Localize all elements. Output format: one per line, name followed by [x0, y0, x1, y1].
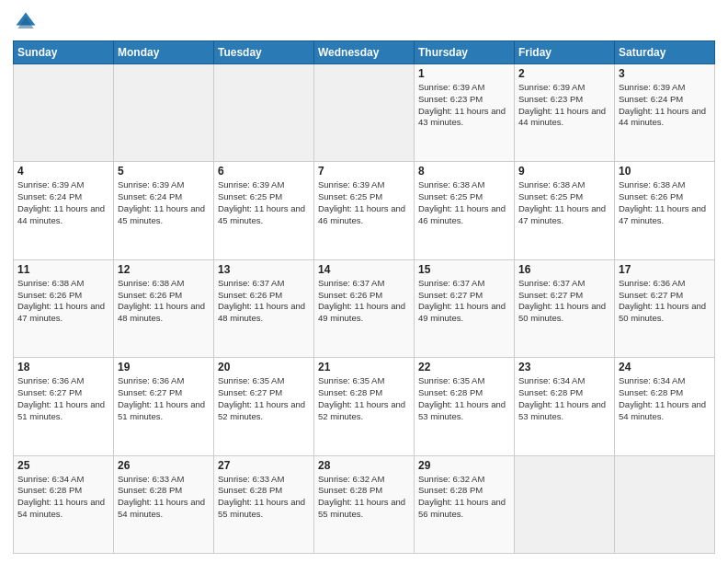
day-cell	[515, 455, 615, 553]
day-info: Sunrise: 6:35 AMSunset: 6:28 PMDaylight:…	[318, 375, 410, 422]
day-info: Sunrise: 6:34 AMSunset: 6:28 PMDaylight:…	[17, 474, 109, 521]
day-cell: 12Sunrise: 6:38 AMSunset: 6:26 PMDayligh…	[114, 259, 214, 357]
day-info: Sunrise: 6:36 AMSunset: 6:27 PMDaylight:…	[619, 278, 711, 325]
day-number: 20	[218, 361, 310, 373]
day-number: 4	[17, 165, 109, 178]
day-cell: 26Sunrise: 6:33 AMSunset: 6:28 PMDayligh…	[114, 455, 214, 553]
day-info: Sunrise: 6:39 AMSunset: 6:23 PMDaylight:…	[518, 82, 610, 129]
day-info: Sunrise: 6:38 AMSunset: 6:26 PMDaylight:…	[17, 278, 109, 325]
day-number: 1	[418, 67, 510, 80]
day-cell: 9Sunrise: 6:38 AMSunset: 6:25 PMDaylight…	[515, 162, 615, 259]
day-number: 2	[518, 67, 610, 80]
day-info: Sunrise: 6:38 AMSunset: 6:25 PMDaylight:…	[518, 179, 610, 226]
day-cell: 5Sunrise: 6:39 AMSunset: 6:24 PMDaylight…	[114, 162, 214, 259]
logo	[13, 9, 42, 35]
day-cell	[615, 455, 715, 553]
day-number: 26	[118, 459, 210, 472]
day-cell	[114, 64, 214, 162]
week-row-4: 18Sunrise: 6:36 AMSunset: 6:27 PMDayligh…	[14, 358, 715, 455]
day-info: Sunrise: 6:36 AMSunset: 6:27 PMDaylight:…	[17, 375, 109, 422]
day-number: 11	[17, 263, 109, 276]
day-number: 21	[318, 361, 410, 373]
day-info: Sunrise: 6:32 AMSunset: 6:28 PMDaylight:…	[418, 474, 510, 521]
day-cell: 24Sunrise: 6:34 AMSunset: 6:28 PMDayligh…	[615, 358, 715, 455]
weekday-tuesday: Tuesday	[214, 41, 314, 64]
day-cell: 28Sunrise: 6:32 AMSunset: 6:28 PMDayligh…	[314, 455, 415, 553]
day-info: Sunrise: 6:38 AMSunset: 6:25 PMDaylight:…	[418, 179, 510, 226]
day-info: Sunrise: 6:36 AMSunset: 6:27 PMDaylight:…	[118, 375, 210, 422]
day-number: 6	[218, 165, 310, 178]
day-number: 5	[118, 165, 210, 178]
day-cell: 23Sunrise: 6:34 AMSunset: 6:28 PMDayligh…	[515, 358, 615, 455]
day-info: Sunrise: 6:34 AMSunset: 6:28 PMDaylight:…	[619, 375, 711, 422]
weekday-monday: Monday	[114, 41, 214, 64]
day-info: Sunrise: 6:33 AMSunset: 6:28 PMDaylight:…	[118, 474, 210, 521]
day-info: Sunrise: 6:39 AMSunset: 6:25 PMDaylight:…	[318, 179, 410, 226]
day-cell: 6Sunrise: 6:39 AMSunset: 6:25 PMDaylight…	[214, 162, 314, 259]
logo-icon	[13, 9, 39, 35]
calendar-table: SundayMondayTuesdayWednesdayThursdayFrid…	[13, 40, 715, 554]
day-cell	[314, 64, 415, 162]
weekday-header-row: SundayMondayTuesdayWednesdayThursdayFrid…	[14, 41, 715, 64]
day-info: Sunrise: 6:37 AMSunset: 6:27 PMDaylight:…	[418, 278, 510, 325]
day-cell: 16Sunrise: 6:37 AMSunset: 6:27 PMDayligh…	[515, 259, 615, 357]
day-number: 8	[418, 165, 510, 178]
day-number: 12	[118, 263, 210, 276]
day-cell	[214, 64, 314, 162]
day-info: Sunrise: 6:34 AMSunset: 6:28 PMDaylight:…	[518, 375, 610, 422]
day-cell: 15Sunrise: 6:37 AMSunset: 6:27 PMDayligh…	[415, 259, 515, 357]
weekday-wednesday: Wednesday	[314, 41, 415, 64]
week-row-1: 1Sunrise: 6:39 AMSunset: 6:23 PMDaylight…	[14, 64, 715, 162]
day-cell: 4Sunrise: 6:39 AMSunset: 6:24 PMDaylight…	[14, 162, 114, 259]
day-cell: 2Sunrise: 6:39 AMSunset: 6:23 PMDaylight…	[515, 64, 615, 162]
day-cell: 19Sunrise: 6:36 AMSunset: 6:27 PMDayligh…	[114, 358, 214, 455]
day-info: Sunrise: 6:33 AMSunset: 6:28 PMDaylight:…	[218, 474, 310, 521]
day-number: 22	[418, 361, 510, 373]
page: SundayMondayTuesdayWednesdayThursdayFrid…	[0, 0, 728, 563]
day-info: Sunrise: 6:38 AMSunset: 6:26 PMDaylight:…	[619, 179, 711, 226]
day-number: 29	[418, 459, 510, 472]
weekday-friday: Friday	[515, 41, 615, 64]
day-cell: 10Sunrise: 6:38 AMSunset: 6:26 PMDayligh…	[615, 162, 715, 259]
day-number: 18	[17, 361, 109, 373]
day-number: 13	[218, 263, 310, 276]
day-info: Sunrise: 6:39 AMSunset: 6:24 PMDaylight:…	[118, 179, 210, 226]
day-number: 17	[619, 263, 711, 276]
day-cell: 29Sunrise: 6:32 AMSunset: 6:28 PMDayligh…	[415, 455, 515, 553]
week-row-2: 4Sunrise: 6:39 AMSunset: 6:24 PMDaylight…	[14, 162, 715, 259]
day-cell: 25Sunrise: 6:34 AMSunset: 6:28 PMDayligh…	[14, 455, 114, 553]
day-info: Sunrise: 6:38 AMSunset: 6:26 PMDaylight:…	[118, 278, 210, 325]
day-cell: 3Sunrise: 6:39 AMSunset: 6:24 PMDaylight…	[615, 64, 715, 162]
day-cell	[14, 64, 114, 162]
day-cell: 20Sunrise: 6:35 AMSunset: 6:27 PMDayligh…	[214, 358, 314, 455]
day-cell: 18Sunrise: 6:36 AMSunset: 6:27 PMDayligh…	[14, 358, 114, 455]
day-number: 16	[518, 263, 610, 276]
day-info: Sunrise: 6:37 AMSunset: 6:27 PMDaylight:…	[518, 278, 610, 325]
weekday-saturday: Saturday	[615, 41, 715, 64]
day-cell: 17Sunrise: 6:36 AMSunset: 6:27 PMDayligh…	[615, 259, 715, 357]
day-cell: 27Sunrise: 6:33 AMSunset: 6:28 PMDayligh…	[214, 455, 314, 553]
day-number: 14	[318, 263, 410, 276]
day-info: Sunrise: 6:35 AMSunset: 6:28 PMDaylight:…	[418, 375, 510, 422]
day-number: 10	[619, 165, 711, 178]
day-cell: 22Sunrise: 6:35 AMSunset: 6:28 PMDayligh…	[415, 358, 515, 455]
day-number: 19	[118, 361, 210, 373]
day-info: Sunrise: 6:39 AMSunset: 6:23 PMDaylight:…	[418, 82, 510, 129]
day-number: 3	[619, 67, 711, 80]
day-number: 9	[518, 165, 610, 178]
day-cell: 8Sunrise: 6:38 AMSunset: 6:25 PMDaylight…	[415, 162, 515, 259]
day-cell: 14Sunrise: 6:37 AMSunset: 6:26 PMDayligh…	[314, 259, 415, 357]
day-number: 24	[619, 361, 711, 373]
day-cell: 21Sunrise: 6:35 AMSunset: 6:28 PMDayligh…	[314, 358, 415, 455]
day-number: 28	[318, 459, 410, 472]
week-row-5: 25Sunrise: 6:34 AMSunset: 6:28 PMDayligh…	[14, 455, 715, 553]
header	[13, 9, 715, 35]
day-number: 25	[17, 459, 109, 472]
day-number: 15	[418, 263, 510, 276]
day-cell: 1Sunrise: 6:39 AMSunset: 6:23 PMDaylight…	[415, 64, 515, 162]
day-info: Sunrise: 6:32 AMSunset: 6:28 PMDaylight:…	[318, 474, 410, 521]
day-cell: 13Sunrise: 6:37 AMSunset: 6:26 PMDayligh…	[214, 259, 314, 357]
day-cell: 11Sunrise: 6:38 AMSunset: 6:26 PMDayligh…	[14, 259, 114, 357]
weekday-thursday: Thursday	[415, 41, 515, 64]
day-info: Sunrise: 6:39 AMSunset: 6:24 PMDaylight:…	[17, 179, 109, 226]
